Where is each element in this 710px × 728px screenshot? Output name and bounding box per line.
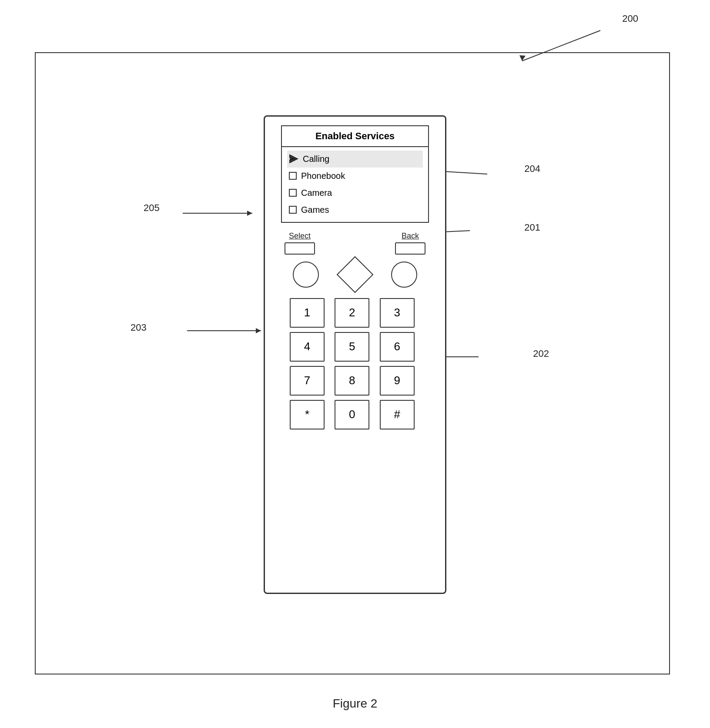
back-button[interactable] bbox=[395, 242, 425, 255]
ref-201-label: 201 bbox=[524, 222, 540, 233]
diamond-button[interactable] bbox=[337, 256, 374, 293]
back-label: Back bbox=[402, 231, 419, 241]
phonebook-label: Phonebook bbox=[301, 171, 345, 181]
menu-item-camera[interactable]: Camera bbox=[287, 185, 423, 201]
key-7[interactable]: 7 bbox=[290, 366, 325, 396]
key-9[interactable]: 9 bbox=[380, 366, 415, 396]
ref-204-label: 204 bbox=[524, 163, 540, 174]
nav-row bbox=[281, 262, 429, 288]
games-checkbox bbox=[289, 206, 297, 214]
camera-checkbox bbox=[289, 189, 297, 197]
phonebook-checkbox bbox=[289, 172, 297, 180]
menu-item-games[interactable]: Games bbox=[287, 201, 423, 218]
check-arrow-icon bbox=[289, 154, 298, 164]
phone-device: Enabled Services Calling Phonebook Camer… bbox=[264, 115, 446, 594]
ref-202-label: 202 bbox=[533, 348, 549, 359]
svg-marker-13 bbox=[290, 155, 298, 163]
screen-body: Calling Phonebook Camera Games bbox=[282, 147, 428, 222]
select-label: Select bbox=[289, 231, 311, 241]
menu-item-phonebook[interactable]: Phonebook bbox=[287, 168, 423, 185]
ref-200-label: 200 bbox=[622, 13, 638, 24]
key-1[interactable]: 1 bbox=[290, 298, 325, 328]
key-0[interactable]: 0 bbox=[335, 400, 369, 429]
menu-item-calling[interactable]: Calling bbox=[287, 151, 423, 168]
camera-label: Camera bbox=[301, 188, 332, 198]
figure-label: Figure 2 bbox=[333, 697, 378, 711]
phone-screen: Enabled Services Calling Phonebook Camer… bbox=[281, 125, 429, 223]
key-8[interactable]: 8 bbox=[335, 366, 369, 396]
key-2[interactable]: 2 bbox=[335, 298, 369, 328]
key-6[interactable]: 6 bbox=[380, 332, 415, 362]
key-star[interactable]: * bbox=[290, 400, 325, 429]
select-button[interactable] bbox=[285, 242, 315, 255]
key-hash[interactable]: # bbox=[380, 400, 415, 429]
softkeys-row: Select Back bbox=[281, 231, 429, 255]
calling-label: Calling bbox=[303, 154, 329, 164]
right-circle-button[interactable] bbox=[391, 262, 417, 288]
key-4[interactable]: 4 bbox=[290, 332, 325, 362]
screen-header: Enabled Services bbox=[282, 126, 428, 147]
ref-205-label: 205 bbox=[144, 202, 160, 214]
games-label: Games bbox=[301, 205, 329, 215]
key-5[interactable]: 5 bbox=[335, 332, 369, 362]
ref-203-label: 203 bbox=[131, 322, 147, 333]
key-3[interactable]: 3 bbox=[380, 298, 415, 328]
keypad: 1 2 3 4 5 6 7 8 9 * 0 # bbox=[290, 298, 420, 429]
left-circle-button[interactable] bbox=[293, 262, 319, 288]
